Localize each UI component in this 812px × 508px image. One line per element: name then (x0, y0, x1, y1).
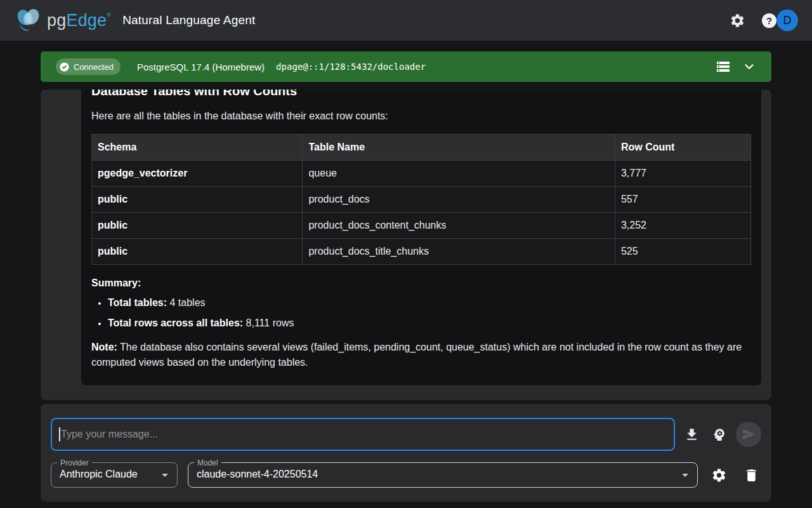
table-name-cell: product_docs (303, 187, 615, 213)
download-icon (684, 427, 700, 443)
header-actions: ? D (730, 10, 798, 31)
psychology-icon (711, 427, 727, 443)
row-count-cell: 3,252 (615, 213, 750, 239)
summary-heading: Summary: (91, 277, 751, 289)
table-name-cell: product_docs_content_chunks (303, 213, 615, 239)
table-row: public product_docs_title_chunks 525 (92, 239, 751, 265)
summary-list: Total tables: 4 tables Total rows across… (91, 297, 751, 330)
server-version-label: PostgreSQL 17.4 (Homebrew) (137, 62, 265, 72)
send-button[interactable] (736, 422, 761, 447)
clear-chat-button[interactable] (743, 467, 759, 483)
table-name-cell: product_docs_title_chunks (303, 239, 615, 265)
connection-status-chip: Connected (56, 58, 121, 75)
text-cursor (59, 427, 60, 441)
banner-collapse-button[interactable] (742, 60, 756, 74)
model-settings-button[interactable] (711, 467, 727, 483)
gear-icon (711, 467, 727, 483)
composer-settings-row: Provider Anthropic Claude Model claude-s… (51, 462, 761, 488)
schema-cell: pgedge_vectorizer (92, 161, 303, 187)
help-icon: ? (762, 13, 776, 28)
row-counts-table: Schema Table Name Row Count pgedge_vecto… (91, 134, 751, 265)
message-heading: Database Tables with Row Counts (91, 90, 751, 100)
trash-icon (743, 467, 759, 483)
connection-banner: Connected PostgreSQL 17.4 (Homebrew) dpa… (41, 51, 771, 82)
brand-registered-mark: ® (107, 12, 111, 18)
send-icon (742, 427, 756, 441)
row-count-cell: 557 (615, 187, 750, 213)
provider-select[interactable]: Provider Anthropic Claude (51, 462, 178, 488)
schema-cell: public (92, 239, 303, 265)
ai-insights-button[interactable] (711, 427, 727, 443)
note-label: Note: (91, 342, 117, 352)
bullet-value: 4 tables (167, 297, 205, 308)
note-paragraph: Note: The database also contains several… (91, 340, 751, 370)
app-header: pgEdge® Natural Language Agent ? D (0, 0, 812, 41)
chevron-down-icon (742, 60, 756, 74)
row-count-cell: 3,777 (615, 161, 750, 187)
table-row: pgedge_vectorizer queue 3,777 (92, 161, 751, 187)
model-value: claude-sonnet-4-20250514 (188, 463, 697, 486)
provider-label: Provider (57, 458, 92, 468)
schema-cell: public (92, 213, 303, 239)
composer-panel: Provider Anthropic Claude Model claude-s… (41, 404, 771, 502)
table-row: public product_docs 557 (92, 187, 751, 213)
connection-string: dpage@::1/128:5432/docloader (276, 62, 426, 72)
user-avatar[interactable]: D (776, 10, 798, 31)
model-select[interactable]: Model claude-sonnet-4-20250514 (188, 462, 698, 488)
settings-icon (730, 13, 745, 29)
storage-icon (716, 59, 731, 74)
chat-scroll-area[interactable]: Database Tables with Row Counts Here are… (41, 90, 771, 400)
check-circle-icon (59, 62, 70, 72)
note-text: The database also contains several views… (91, 342, 742, 368)
list-item: Total tables: 4 tables (108, 297, 751, 309)
status-badge: Connected (74, 62, 114, 72)
table-header-row: Schema Table Name Row Count (92, 135, 751, 161)
list-item: Total rows across all tables: 8,111 rows (108, 317, 751, 330)
composer-input-row (51, 418, 761, 451)
bullet-label: Total rows across all tables: (108, 318, 243, 328)
connection-list-button[interactable] (716, 59, 731, 74)
settings-button[interactable] (730, 13, 745, 29)
pgedge-logo-icon (14, 8, 43, 34)
column-header-schema: Schema (92, 135, 303, 161)
schema-cell: public (92, 187, 303, 213)
pgedge-logo: pgEdge® (14, 8, 111, 34)
banner-actions (704, 59, 756, 74)
download-chat-button[interactable] (684, 427, 700, 443)
caret-down-icon (678, 467, 693, 483)
page-title: Natural Language Agent (122, 13, 255, 27)
message-input[interactable] (51, 418, 675, 451)
brand-pg-text: pg (47, 11, 66, 30)
column-header-row-count: Row Count (615, 135, 750, 161)
caret-down-icon (157, 467, 173, 483)
table-row: public product_docs_content_chunks 3,252 (92, 213, 751, 239)
table-name-cell: queue (303, 161, 615, 187)
app-root: pgEdge® Natural Language Agent ? D Conne… (0, 0, 812, 508)
assistant-message: Database Tables with Row Counts Here are… (81, 90, 761, 385)
pgedge-wordmark: pgEdge® (47, 11, 111, 30)
column-header-table-name: Table Name (303, 135, 615, 161)
bullet-label: Total tables: (108, 297, 167, 308)
message-input-wrap (51, 418, 675, 451)
brand-edge-text: Edge (66, 11, 107, 30)
help-button[interactable]: ? (762, 13, 776, 28)
row-count-cell: 525 (615, 239, 750, 265)
message-intro: Here are all the tables in the database … (91, 110, 751, 123)
bullet-value: 8,111 rows (243, 318, 294, 328)
model-label: Model (194, 458, 221, 468)
